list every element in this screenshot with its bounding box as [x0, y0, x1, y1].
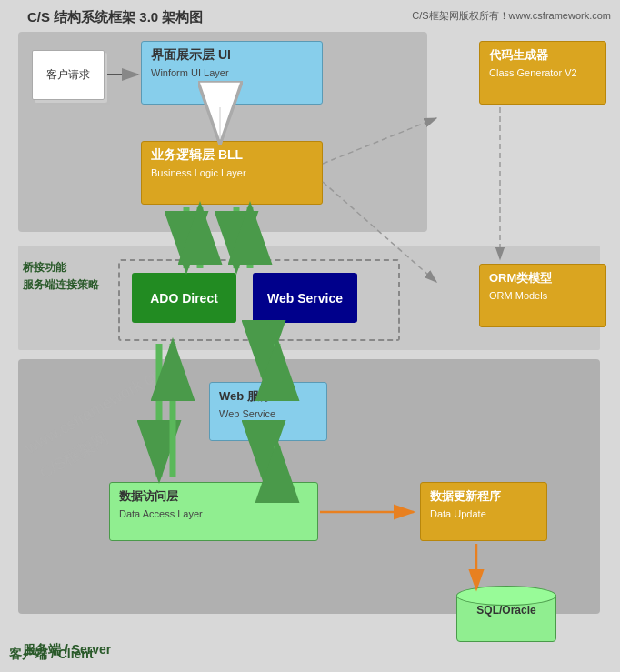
- orm-main: ORM类模型: [489, 270, 596, 286]
- ui-layer-sub: Winform UI Layer: [151, 67, 313, 78]
- bridge-label: 桥接功能 服务端连接策略: [23, 259, 99, 294]
- codegen-main: 代码生成器: [489, 47, 596, 64]
- web-service-server-box: Web 服务 Web Service: [209, 382, 327, 441]
- web-service-bridge-label: Web Service: [267, 291, 343, 306]
- sql-oracle-cylinder: SQL/Oracle: [456, 586, 556, 645]
- data-update-box: 数据更新程序 Data Update: [420, 482, 547, 541]
- server-label: 服务端 / Server: [23, 642, 111, 658]
- ado-direct-box: ADO Direct: [132, 273, 236, 323]
- main-container: C/S 结构系统框架 3.0 架构图 C/S框架网版权所有！www.csfram…: [0, 0, 620, 672]
- web-service-bridge-box: Web Service: [253, 273, 357, 323]
- codegen-sub: Class Generator V2: [489, 67, 596, 78]
- bridge-label-line2: 服务端连接策略: [23, 276, 99, 294]
- web-service-server-main: Web 服务: [219, 388, 317, 405]
- bll-layer-box: 业务逻辑层 BLL Business Logic Layer: [141, 141, 323, 205]
- copyright-text: C/S框架网版权所有！www.csframework.com: [412, 9, 611, 23]
- web-service-server-sub: Web Service: [219, 408, 317, 419]
- data-update-sub: Data Update: [430, 508, 537, 519]
- ui-layer-box: 界面展示层 UI Winform UI Layer: [141, 41, 323, 105]
- dal-sub: Data Access Layer: [119, 508, 308, 519]
- kehu-box: 客户请求: [32, 50, 105, 100]
- dal-box: 数据访问层 Data Access Layer: [109, 482, 318, 541]
- page-title: C/S 结构系统框架 3.0 架构图: [27, 9, 203, 26]
- data-update-main: 数据更新程序: [430, 488, 537, 505]
- bll-layer-main: 业务逻辑层 BLL: [151, 147, 313, 164]
- ui-layer-main: 界面展示层 UI: [151, 47, 313, 64]
- bll-layer-sub: Business Logic Layer: [151, 167, 313, 178]
- orm-sub: ORM Models: [489, 290, 596, 301]
- bridge-label-line1: 桥接功能: [23, 259, 99, 276]
- codegen-box: 代码生成器 Class Generator V2: [479, 41, 606, 105]
- kehu-label: 客户请求: [46, 67, 90, 83]
- sql-oracle-label: SQL/Oracle: [456, 604, 556, 617]
- dal-main: 数据访问层: [119, 488, 308, 505]
- cylinder-top: [456, 586, 556, 606]
- orm-box: ORM类模型 ORM Models: [479, 264, 606, 327]
- ado-direct-label: ADO Direct: [150, 291, 218, 306]
